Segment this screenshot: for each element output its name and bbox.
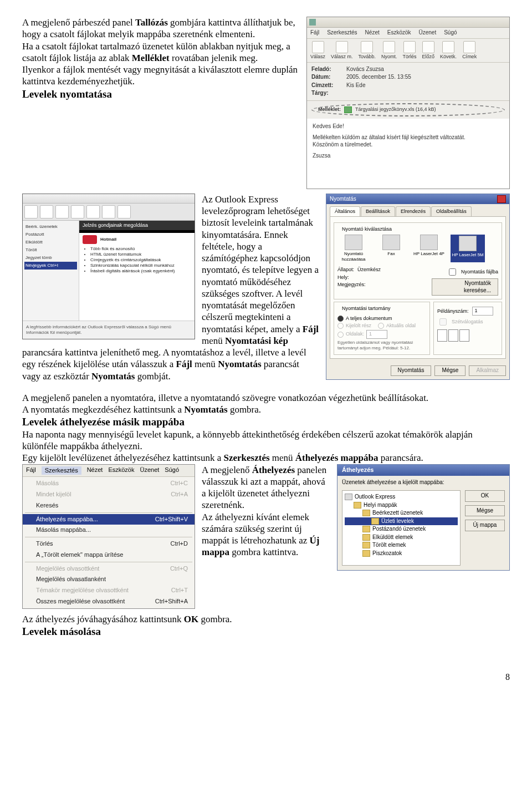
tool-replyall[interactable]: Válasz m. (331, 41, 353, 60)
apply-button: Alkalmaz (469, 365, 506, 376)
radio-selection[interactable]: Kijelölt rész Aktuális oldal (337, 323, 426, 329)
menu-tools[interactable]: Eszközök (108, 466, 134, 475)
tree-node[interactable]: Elküldött elemek (345, 533, 458, 542)
menu-item[interactable]: Súgó (444, 29, 457, 37)
menubar: Fájl Szerkesztés Nézet Eszközök Üzenet S… (307, 28, 509, 39)
sidebar-item-selected[interactable]: Névjegyek Ctrl+I (24, 262, 77, 270)
value-status: Üzemkész (357, 267, 381, 273)
tab-layout[interactable]: Elrendezés (396, 206, 431, 216)
menu-edit-open[interactable]: Szerkesztés (42, 466, 81, 475)
printer-icon (459, 236, 477, 251)
folder-icon (354, 502, 361, 509)
move-prompt: Üzenetek áthelyezése a kijelölt mappába: (337, 476, 509, 486)
tool-print[interactable]: Nyomt. (381, 41, 397, 60)
tab-settings[interactable]: Beállítások (361, 206, 395, 216)
tool-addr[interactable]: Címek (462, 41, 477, 60)
menu-message[interactable]: Üzenet (140, 466, 159, 475)
menu-item[interactable]: Keresés (23, 500, 195, 511)
sidebar-item[interactable]: Törölt (24, 246, 77, 254)
tool-icon[interactable] (55, 205, 69, 218)
printer-fax[interactable]: Fax (375, 235, 407, 262)
list-item: Több fiók és azonosító (90, 246, 191, 252)
folder-tree[interactable]: Outlook ExpressHelyi mappákBeérkezett üz… (342, 490, 461, 566)
radio-all[interactable]: A teljes dokumentum (337, 316, 426, 322)
tree-node[interactable]: Helyi mappák (345, 501, 458, 510)
paragraph: Az áthelyezés jóváhagyásához kattintsunk… (22, 613, 510, 625)
printer-icon (345, 235, 362, 250)
ok-button[interactable]: OK (465, 490, 505, 502)
printer-hp4p[interactable]: HP LaserJet 4P (413, 235, 445, 262)
menu-item[interactable]: A „Törölt elemek" mappa ürítése (23, 550, 195, 561)
folder-icon (345, 494, 352, 500)
printer-hp5m-selected[interactable]: HP LaserJet 5M (451, 235, 485, 262)
menu-item[interactable]: Összes megjelölése olvasottkéntCtrl+Shif… (23, 596, 195, 607)
tab-general[interactable]: Általános (330, 206, 360, 216)
group-title: Nyomtatási tartomány (340, 306, 393, 312)
menu-item[interactable]: TörlésCtrl+D (23, 538, 195, 550)
menu-dropdown: MásolásCtrl+CMindet kijelölCtrl+AKeresés… (23, 477, 195, 608)
attachment-filename[interactable]: Tárgyalási jegyzőkönyv.xls (16,4 kB) (355, 106, 436, 113)
pages-input[interactable]: 1 (366, 330, 387, 339)
tool-next[interactable]: Követk. (440, 41, 457, 60)
cancel-button[interactable]: Mégse (465, 505, 505, 517)
find-printer-button[interactable]: Nyomtatók keresése... (432, 278, 498, 296)
menu-file[interactable]: Fájl (26, 466, 36, 475)
tool-icon[interactable] (40, 205, 53, 218)
tool-icon[interactable] (117, 205, 131, 218)
printer-add[interactable]: Nyomtató hozzáadása (337, 235, 370, 262)
tree-node[interactable]: Postázandó üzenetek (345, 525, 458, 533)
list-item: Szinkronizálás kapcsolat nélküli munkáho… (90, 263, 191, 268)
tool-icon[interactable] (24, 205, 38, 218)
menu-item[interactable]: Másolás mappába... (23, 525, 195, 536)
sidebar-item[interactable]: Jegyzet tömb (24, 254, 77, 262)
range-hint: Egyetlen oldalszámot vagy nyomtatási tar… (337, 340, 426, 351)
print-button[interactable]: Nyomtatás (391, 365, 432, 376)
tree-node[interactable]: Törölt elemek (345, 541, 458, 550)
paragraph: A nyomtatás megkezdéséhez kattintsunk a … (22, 404, 510, 415)
value-to: Kis Ede (346, 82, 365, 89)
menu-item[interactable]: Megjelölés olvasatlanként (23, 574, 195, 585)
tool-prev[interactable]: Előző (422, 41, 435, 60)
tree-node[interactable]: Beérkezett üzenetek (345, 509, 458, 517)
footer-hint: A legfrissebb információkért az Outlook … (23, 321, 195, 339)
label-attachment: Melléklet: (318, 106, 341, 113)
copies-input[interactable]: 1 (472, 307, 493, 316)
tool-icon[interactable] (71, 205, 84, 218)
menu-item[interactable]: Eszközök (387, 29, 411, 37)
radio-pages[interactable]: Oldalak:1 (337, 330, 426, 339)
menu-item[interactable]: Szerkesztés (327, 29, 357, 37)
menu-item[interactable]: Üzenet (419, 29, 437, 37)
tool-icon[interactable] (102, 205, 115, 218)
tool-forward[interactable]: Tovább. (359, 41, 376, 60)
new-folder-button[interactable]: Új mappa (465, 520, 505, 531)
folder-sidebar: Beérk. üzenetek Postázott Elküldött Törö… (23, 221, 79, 321)
close-icon[interactable] (497, 195, 506, 203)
tab-page[interactable]: Oldalbeállítás (431, 206, 472, 216)
tool-icon[interactable] (86, 205, 100, 218)
tree-node[interactable]: Outlook Express (345, 493, 458, 501)
menu-view[interactable]: Nézet (87, 466, 103, 475)
figure-attachment-dialog: Fájl Szerkesztés Nézet Eszközök Üzenet S… (306, 17, 510, 189)
attachment-file-icon (344, 106, 352, 113)
label-status: Állapot: (337, 267, 354, 273)
folder-icon (371, 518, 379, 525)
sidebar-item[interactable]: Elküldött (24, 238, 77, 246)
label-subject: Tárgy: (311, 90, 342, 97)
tree-node[interactable]: Üzleti levelek (345, 517, 458, 526)
tree-node[interactable]: Piszkozatok (345, 550, 458, 558)
menu-item[interactable]: Áthelyezés mappába...Ctrl+Shift+V (23, 514, 195, 525)
label-date: Dátum: (311, 74, 342, 81)
tool-delete[interactable]: Törlés (403, 41, 417, 60)
figure-edit-menu: Fájl Szerkesztés Nézet Eszközök Üzenet S… (22, 464, 195, 609)
menu-item[interactable]: Fájl (310, 29, 319, 37)
cancel-button[interactable]: Mégse (434, 365, 466, 376)
list-item: Írásbeli digitális aláírások (csak egyen… (90, 268, 191, 274)
tool-reply[interactable]: Válasz (310, 41, 325, 60)
checkbox-to-file[interactable] (449, 268, 456, 276)
message-body: Kedves Ede! Mellékelten küldöm az általa… (307, 119, 509, 189)
sidebar-item[interactable]: Postázott (24, 231, 77, 238)
sidebar-item[interactable]: Beérk. üzenetek (24, 223, 77, 231)
menu-item[interactable]: Nézet (365, 29, 380, 37)
menu-help[interactable]: Súgó (165, 466, 179, 475)
group-range: Nyomtatási tartomány A teljes dokumentum… (334, 302, 430, 355)
